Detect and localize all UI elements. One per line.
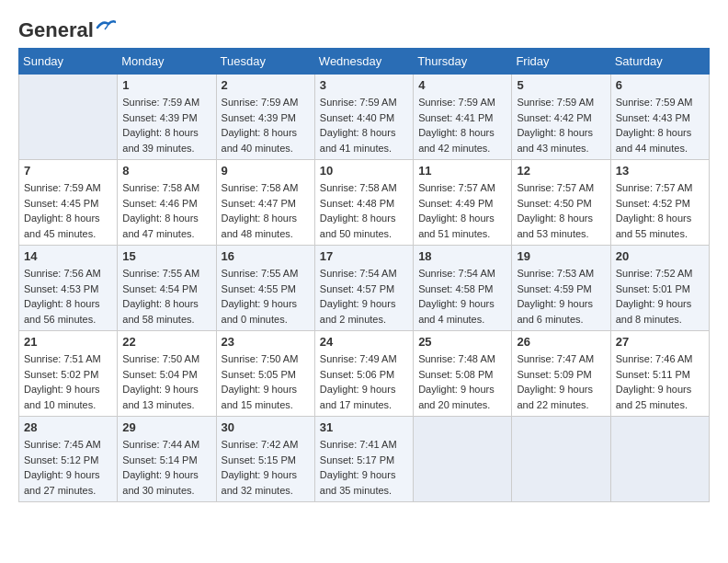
weekday-header-wednesday: Wednesday xyxy=(314,49,413,75)
calendar-cell: 18Sunrise: 7:54 AMSunset: 4:58 PMDayligh… xyxy=(414,246,512,331)
weekday-header-tuesday: Tuesday xyxy=(216,49,314,75)
calendar-cell: 21Sunrise: 7:51 AMSunset: 5:02 PMDayligh… xyxy=(19,331,118,417)
calendar-cell: 15Sunrise: 7:55 AMSunset: 4:54 PMDayligh… xyxy=(118,246,216,331)
day-info: Sunrise: 7:46 AMSunset: 5:11 PMDaylight:… xyxy=(616,351,704,412)
weekday-header-row: SundayMondayTuesdayWednesdayThursdayFrid… xyxy=(19,49,710,75)
day-info: Sunrise: 7:47 AMSunset: 5:09 PMDaylight:… xyxy=(517,351,605,412)
day-number: 24 xyxy=(320,335,408,349)
weekday-header-saturday: Saturday xyxy=(610,49,709,75)
day-info: Sunrise: 7:51 AMSunset: 5:02 PMDaylight:… xyxy=(24,351,112,412)
calendar-cell: 25Sunrise: 7:48 AMSunset: 5:08 PMDayligh… xyxy=(414,331,512,417)
day-info: Sunrise: 7:59 AMSunset: 4:39 PMDaylight:… xyxy=(222,95,310,155)
page-header: General xyxy=(18,18,710,39)
calendar-cell: 11Sunrise: 7:57 AMSunset: 4:49 PMDayligh… xyxy=(414,160,512,246)
calendar-table: SundayMondayTuesdayWednesdayThursdayFrid… xyxy=(18,48,710,502)
weekday-header-monday: Monday xyxy=(118,49,216,75)
day-number: 23 xyxy=(222,335,310,349)
day-number: 16 xyxy=(222,249,310,263)
calendar-cell: 9Sunrise: 7:58 AMSunset: 4:47 PMDaylight… xyxy=(216,160,314,246)
day-info: Sunrise: 7:59 AMSunset: 4:42 PMDaylight:… xyxy=(517,95,605,155)
day-number: 12 xyxy=(517,164,605,178)
calendar-cell: 5Sunrise: 7:59 AMSunset: 4:42 PMDaylight… xyxy=(512,75,610,160)
day-info: Sunrise: 7:50 AMSunset: 5:04 PMDaylight:… xyxy=(122,351,210,412)
day-number: 21 xyxy=(24,335,112,349)
calendar-cell: 31Sunrise: 7:41 AMSunset: 5:17 PMDayligh… xyxy=(314,417,413,502)
day-info: Sunrise: 7:41 AMSunset: 5:17 PMDaylight:… xyxy=(320,437,408,498)
day-number: 18 xyxy=(418,249,506,263)
calendar-cell: 2Sunrise: 7:59 AMSunset: 4:39 PMDaylight… xyxy=(216,75,314,160)
day-number: 26 xyxy=(517,335,605,349)
day-number: 31 xyxy=(320,420,408,434)
calendar-cell xyxy=(19,75,118,160)
day-info: Sunrise: 7:52 AMSunset: 5:01 PMDaylight:… xyxy=(616,266,704,327)
day-info: Sunrise: 7:58 AMSunset: 4:47 PMDaylight:… xyxy=(222,180,310,241)
day-number: 30 xyxy=(222,420,310,434)
day-info: Sunrise: 7:59 AMSunset: 4:41 PMDaylight:… xyxy=(418,95,506,155)
calendar-cell: 30Sunrise: 7:42 AMSunset: 5:15 PMDayligh… xyxy=(216,417,314,502)
day-number: 3 xyxy=(320,78,408,92)
day-info: Sunrise: 7:49 AMSunset: 5:06 PMDaylight:… xyxy=(320,351,408,412)
day-info: Sunrise: 7:58 AMSunset: 4:48 PMDaylight:… xyxy=(320,180,408,241)
day-info: Sunrise: 7:54 AMSunset: 4:58 PMDaylight:… xyxy=(418,266,506,327)
day-info: Sunrise: 7:55 AMSunset: 4:54 PMDaylight:… xyxy=(122,266,210,327)
day-number: 7 xyxy=(24,164,112,178)
day-number: 4 xyxy=(418,78,506,92)
calendar-week-row: 28Sunrise: 7:45 AMSunset: 5:12 PMDayligh… xyxy=(19,417,710,502)
day-number: 2 xyxy=(222,78,310,92)
calendar-week-row: 1Sunrise: 7:59 AMSunset: 4:39 PMDaylight… xyxy=(19,75,710,160)
day-number: 29 xyxy=(122,420,210,434)
day-info: Sunrise: 7:57 AMSunset: 4:52 PMDaylight:… xyxy=(616,180,704,241)
day-number: 6 xyxy=(616,78,704,92)
logo: General xyxy=(18,18,116,39)
day-number: 20 xyxy=(616,249,704,263)
day-number: 19 xyxy=(517,249,605,263)
calendar-cell: 10Sunrise: 7:58 AMSunset: 4:48 PMDayligh… xyxy=(314,160,413,246)
day-number: 28 xyxy=(24,420,112,434)
logo-bird-icon xyxy=(96,18,116,35)
calendar-cell xyxy=(414,417,512,502)
calendar-cell: 22Sunrise: 7:50 AMSunset: 5:04 PMDayligh… xyxy=(118,331,216,417)
calendar-cell: 6Sunrise: 7:59 AMSunset: 4:43 PMDaylight… xyxy=(610,75,709,160)
weekday-header-sunday: Sunday xyxy=(19,49,118,75)
day-info: Sunrise: 7:42 AMSunset: 5:15 PMDaylight:… xyxy=(222,437,310,498)
day-info: Sunrise: 7:45 AMSunset: 5:12 PMDaylight:… xyxy=(24,437,112,498)
day-info: Sunrise: 7:48 AMSunset: 5:08 PMDaylight:… xyxy=(418,351,506,412)
day-info: Sunrise: 7:59 AMSunset: 4:39 PMDaylight:… xyxy=(122,95,210,155)
calendar-cell: 19Sunrise: 7:53 AMSunset: 4:59 PMDayligh… xyxy=(512,246,610,331)
day-info: Sunrise: 7:44 AMSunset: 5:14 PMDaylight:… xyxy=(122,437,210,498)
calendar-cell: 12Sunrise: 7:57 AMSunset: 4:50 PMDayligh… xyxy=(512,160,610,246)
calendar-cell: 27Sunrise: 7:46 AMSunset: 5:11 PMDayligh… xyxy=(610,331,709,417)
day-info: Sunrise: 7:59 AMSunset: 4:45 PMDaylight:… xyxy=(24,180,112,241)
calendar-cell: 29Sunrise: 7:44 AMSunset: 5:14 PMDayligh… xyxy=(118,417,216,502)
day-number: 11 xyxy=(418,164,506,178)
day-number: 8 xyxy=(122,164,210,178)
calendar-cell: 23Sunrise: 7:50 AMSunset: 5:05 PMDayligh… xyxy=(216,331,314,417)
day-info: Sunrise: 7:54 AMSunset: 4:57 PMDaylight:… xyxy=(320,266,408,327)
day-info: Sunrise: 7:57 AMSunset: 4:50 PMDaylight:… xyxy=(517,180,605,241)
calendar-cell xyxy=(512,417,610,502)
day-info: Sunrise: 7:59 AMSunset: 4:43 PMDaylight:… xyxy=(616,95,704,155)
day-number: 13 xyxy=(616,164,704,178)
day-number: 27 xyxy=(616,335,704,349)
calendar-week-row: 21Sunrise: 7:51 AMSunset: 5:02 PMDayligh… xyxy=(19,331,710,417)
day-number: 1 xyxy=(122,78,210,92)
weekday-header-thursday: Thursday xyxy=(414,49,512,75)
calendar-cell: 4Sunrise: 7:59 AMSunset: 4:41 PMDaylight… xyxy=(414,75,512,160)
day-number: 25 xyxy=(418,335,506,349)
day-number: 14 xyxy=(24,249,112,263)
calendar-cell: 13Sunrise: 7:57 AMSunset: 4:52 PMDayligh… xyxy=(610,160,709,246)
day-number: 10 xyxy=(320,164,408,178)
calendar-cell: 17Sunrise: 7:54 AMSunset: 4:57 PMDayligh… xyxy=(314,246,413,331)
day-info: Sunrise: 7:55 AMSunset: 4:55 PMDaylight:… xyxy=(222,266,310,327)
day-info: Sunrise: 7:56 AMSunset: 4:53 PMDaylight:… xyxy=(24,266,112,327)
calendar-cell: 14Sunrise: 7:56 AMSunset: 4:53 PMDayligh… xyxy=(19,246,118,331)
day-info: Sunrise: 7:59 AMSunset: 4:40 PMDaylight:… xyxy=(320,95,408,155)
calendar-cell: 20Sunrise: 7:52 AMSunset: 5:01 PMDayligh… xyxy=(610,246,709,331)
calendar-week-row: 14Sunrise: 7:56 AMSunset: 4:53 PMDayligh… xyxy=(19,246,710,331)
calendar-cell: 3Sunrise: 7:59 AMSunset: 4:40 PMDaylight… xyxy=(314,75,413,160)
calendar-cell: 28Sunrise: 7:45 AMSunset: 5:12 PMDayligh… xyxy=(19,417,118,502)
day-info: Sunrise: 7:53 AMSunset: 4:59 PMDaylight:… xyxy=(517,266,605,327)
calendar-cell: 8Sunrise: 7:58 AMSunset: 4:46 PMDaylight… xyxy=(118,160,216,246)
calendar-cell: 26Sunrise: 7:47 AMSunset: 5:09 PMDayligh… xyxy=(512,331,610,417)
day-number: 9 xyxy=(222,164,310,178)
